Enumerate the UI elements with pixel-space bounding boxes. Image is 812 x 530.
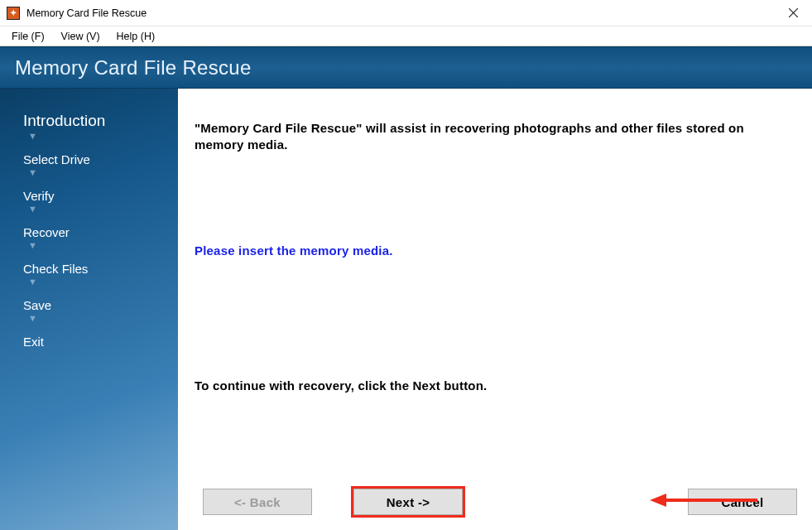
window-title: Memory Card File Rescue [26, 7, 147, 19]
chevron-down-icon: ▼ [0, 241, 178, 257]
menu-bar: File (F) View (V) Help (H) [0, 26, 812, 46]
step-introduction: Introduction [0, 107, 178, 132]
step-select-drive: Select Drive [0, 147, 178, 168]
chevron-down-icon: ▼ [0, 205, 178, 220]
continue-instruction: To continue with recovery, click the Nex… [195, 378, 787, 393]
step-verify: Verify [0, 184, 178, 205]
step-check-files: Check Files [0, 257, 178, 277]
chevron-down-icon: ▼ [0, 132, 178, 147]
main-area: Introduction ▼ Select Drive ▼ Verify ▼ R… [0, 89, 812, 530]
step-recover: Recover [0, 220, 178, 241]
close-icon [789, 8, 798, 17]
titlebar: ✦ Memory Card File Rescue [0, 0, 812, 26]
menu-help[interactable]: Help (H) [108, 28, 164, 45]
step-exit: Exit [0, 330, 178, 350]
app-banner: Memory Card File Rescue [0, 46, 812, 89]
menu-view[interactable]: View (V) [53, 28, 108, 45]
wizard-steps-sidebar: Introduction ▼ Select Drive ▼ Verify ▼ R… [0, 89, 178, 530]
window-close-button[interactable] [774, 0, 812, 26]
wizard-page-content: "Memory Card File Rescue" will assist in… [178, 89, 812, 530]
chevron-down-icon: ▼ [0, 277, 178, 293]
insert-media-prompt: Please insert the memory media. [195, 243, 787, 258]
wizard-buttons-row: <- Back Next -> Cancel [195, 489, 797, 515]
desc-app-name: "Memory Card File Rescue" [195, 121, 363, 135]
step-save: Save [0, 293, 178, 314]
cancel-button[interactable]: Cancel [688, 489, 797, 515]
banner-title: Memory Card File Rescue [15, 56, 252, 80]
chevron-down-icon: ▼ [0, 168, 178, 184]
menu-file[interactable]: File (F) [3, 28, 53, 45]
description-text: "Memory Card File Rescue" will assist in… [195, 120, 787, 154]
app-icon: ✦ [7, 7, 20, 20]
chevron-down-icon: ▼ [0, 314, 178, 330]
next-button[interactable]: Next -> [353, 489, 463, 515]
back-button[interactable]: <- Back [203, 489, 312, 515]
